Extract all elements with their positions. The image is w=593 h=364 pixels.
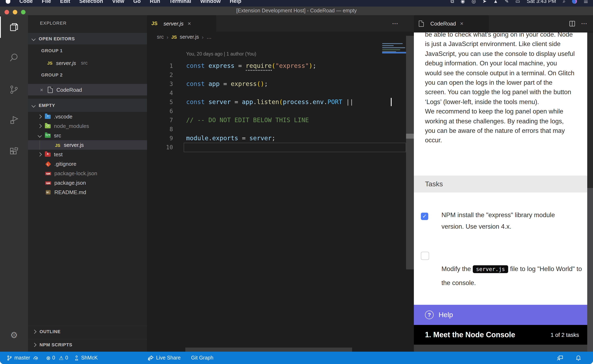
task2-checkbox-unchecked[interactable] xyxy=(421,252,429,260)
close-window-button[interactable] xyxy=(5,10,9,14)
breadcrumb-separator: › xyxy=(202,34,204,40)
more-actions-icon[interactable]: ⋯ xyxy=(392,20,398,27)
menu-item-help[interactable]: Help xyxy=(230,0,241,4)
tab-coderoad[interactable]: CodeRoad × xyxy=(414,15,489,32)
live-share-user-status[interactable]: ShMcK xyxy=(74,352,98,364)
close-editor-icon[interactable]: × xyxy=(39,87,45,93)
display-menu-icon[interactable]: ⧉ xyxy=(451,0,454,4)
webview-scrollbar-thumb[interactable] xyxy=(587,32,593,188)
error-icon: ⊗ xyxy=(46,355,51,361)
git-branch-status[interactable]: master xyxy=(7,352,30,364)
notifications-button[interactable] xyxy=(575,352,581,364)
code-line-6[interactable]: 6 xyxy=(147,106,406,116)
vpn-menu-icon[interactable]: ◎ xyxy=(472,0,476,4)
folder-section-header[interactable]: EMPTY xyxy=(28,99,147,112)
tree-item--vscode[interactable]: ✕.vscode xyxy=(28,112,147,121)
lesson-title: 1. Meet the Node Console xyxy=(425,331,515,339)
open-editor-coderoad[interactable]: × CodeRoad xyxy=(28,84,147,95)
breadcrumb-file[interactable]: server.js xyxy=(180,34,199,40)
tree-item-src[interactable]: </>src xyxy=(28,131,147,140)
open-editor-path: src xyxy=(81,60,87,66)
code-line-7[interactable]: 7// -- DO NOT EDIT BELOW THIS LINE xyxy=(147,116,406,125)
explorer-icon[interactable] xyxy=(0,16,28,38)
source-control-icon[interactable] xyxy=(0,79,28,100)
open-editors-header[interactable]: OPEN EDITORS xyxy=(28,33,147,45)
code-line-2[interactable]: 2 xyxy=(147,70,406,79)
minimap[interactable] xyxy=(382,43,406,60)
menu-item-run[interactable]: Run xyxy=(150,0,160,4)
split-editor-icon[interactable] xyxy=(569,20,575,26)
shield-menu-icon[interactable]: ◉ xyxy=(461,0,465,4)
menu-item-window[interactable]: Window xyxy=(200,0,220,4)
src-icon: </> xyxy=(45,133,51,138)
menu-item-terminal[interactable]: Terminal xyxy=(169,0,191,4)
live-share-button[interactable]: Live Share xyxy=(147,352,181,364)
extensions-icon[interactable] xyxy=(0,141,28,162)
tree-item-readme-md[interactable]: M↓README.md xyxy=(28,188,147,197)
code-editor[interactable]: 1const express = require("express");23co… xyxy=(147,61,406,168)
code-line-5[interactable]: 5const server = app.listen(process.env.P… xyxy=(147,98,406,106)
chevron-down-icon xyxy=(32,103,36,107)
search-icon[interactable] xyxy=(0,47,28,68)
menu-item-code[interactable]: Code xyxy=(19,0,33,4)
run-debug-icon[interactable] xyxy=(0,109,28,131)
menu-item-file[interactable]: File xyxy=(42,0,51,4)
webview-scrollbar-track[interactable] xyxy=(587,188,593,352)
line-number: 1 xyxy=(147,61,173,70)
pen-menu-icon[interactable]: ✎ xyxy=(505,0,509,4)
md-icon: M↓ xyxy=(45,189,52,195)
code-line-8[interactable]: 8 xyxy=(147,125,406,134)
tree-item-server-js[interactable]: JSserver.js xyxy=(28,140,147,150)
cursor-menu-icon[interactable]: ➤ xyxy=(482,0,486,4)
editor-horizontal-scrollbar[interactable] xyxy=(185,348,352,352)
tree-item-package-lock-json[interactable]: npmpackage-lock.json xyxy=(28,169,147,178)
settings-gear-icon[interactable]: ⚙ xyxy=(0,325,28,346)
close-tab-icon[interactable]: × xyxy=(460,20,463,27)
spotlight-icon[interactable]: ⌕ xyxy=(563,0,565,4)
npm-scripts-section[interactable]: NPM SCRIPTS xyxy=(28,339,147,350)
line-number: 9 xyxy=(147,134,173,143)
line-number: 7 xyxy=(147,116,173,125)
menu-item-selection[interactable]: Selection xyxy=(79,0,103,4)
tree-item-test[interactable]: ∆test xyxy=(28,150,147,159)
control-center-icon[interactable]: ☰ xyxy=(584,0,588,4)
eject-menu-icon[interactable]: ▲ xyxy=(493,0,498,4)
menubar-clock[interactable]: Sat 3:43 PM xyxy=(527,0,556,4)
tab-serverjs[interactable]: JS server.js × xyxy=(147,15,216,32)
editor-scrollbar[interactable] xyxy=(406,36,414,269)
sync-status[interactable] xyxy=(33,352,39,364)
tree-item-package-json[interactable]: npmpackage.json xyxy=(28,178,147,188)
more-actions-icon[interactable]: ⋯ xyxy=(581,20,587,27)
close-tab-icon[interactable]: × xyxy=(187,20,191,27)
git-graph-button[interactable]: Git Graph xyxy=(191,352,213,364)
tree-item-node-modules[interactable]: ⬡node_modules xyxy=(28,121,147,131)
code-line-1[interactable]: 1const express = require("express"); xyxy=(147,61,406,70)
minimize-window-button[interactable] xyxy=(13,10,17,14)
code-text: // -- DO NOT EDIT BELOW THIS LINE xyxy=(186,116,309,125)
open-editor-serverjs[interactable]: JS server.js src xyxy=(28,58,147,68)
codelens-annotation[interactable]: You, 20 days ago | 1 author (You) xyxy=(186,52,256,56)
apple-menu-icon[interactable] xyxy=(6,0,10,4)
lesson-footer[interactable]: 1. Meet the Node Console 1 of 2 tasks xyxy=(414,325,587,345)
problems-status[interactable]: ⊗ 0 ⚠ 0 xyxy=(46,352,68,364)
battery-menu-icon[interactable]: ▭ xyxy=(515,0,520,4)
outline-section[interactable]: OUTLINE xyxy=(28,326,147,337)
breadcrumb-symbol[interactable]: … xyxy=(207,34,212,40)
code-line-3[interactable]: 3const app = express(); xyxy=(147,79,406,88)
vscode-icon: ✕ xyxy=(45,114,51,119)
help-bar[interactable]: ? Help xyxy=(414,305,587,325)
menu-item-edit[interactable]: Edit xyxy=(60,0,70,4)
menu-item-view[interactable]: View xyxy=(112,0,124,4)
window-title: [Extension Development Host] - CodeRoad … xyxy=(0,6,593,15)
code-line-9[interactable]: 9module.exports = server; xyxy=(147,134,406,143)
feedback-button[interactable] xyxy=(557,352,564,364)
siri-icon[interactable] xyxy=(572,0,577,4)
code-line-4[interactable]: 4 xyxy=(147,88,406,98)
task1-checkbox-checked[interactable]: ✓ xyxy=(421,213,428,220)
editor-group1-label: GROUP 1 xyxy=(41,48,63,53)
zoom-window-button[interactable] xyxy=(21,10,26,14)
menu-item-go[interactable]: Go xyxy=(133,0,141,4)
breadcrumb-folder[interactable]: src xyxy=(157,34,164,40)
tree-item--gitignore[interactable]: .gitignore xyxy=(28,159,147,169)
editor-scrollbar-thumb[interactable] xyxy=(406,134,414,139)
